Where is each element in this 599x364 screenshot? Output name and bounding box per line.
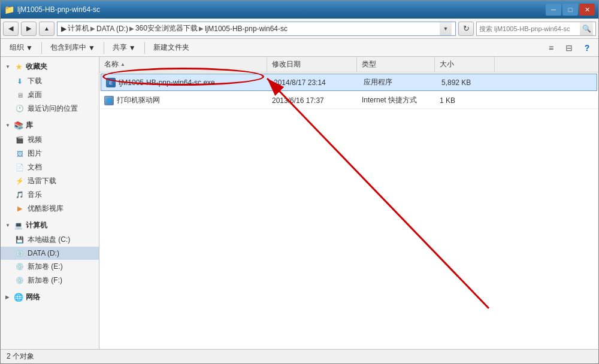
library-header[interactable]: ▼ 📚 库 [1, 118, 99, 133]
sort-arrow: ▲ [120, 62, 125, 67]
col-header-date[interactable]: 修改日期 [267, 57, 357, 72]
vol-f-icon: 💿 [15, 276, 25, 286]
col-date-label: 修改日期 [272, 59, 301, 69]
download-icon: ⬇ [15, 77, 25, 86]
col-header-name[interactable]: 名称 ▲ [99, 57, 267, 72]
up-button[interactable]: ▲ [39, 22, 55, 36]
address-path: ▶ 计算机 ▶ DATA (D:) ▶ 360安全浏览器下载 ▶ ljM1005… [61, 23, 437, 34]
toolbar-sep-3 [144, 42, 145, 54]
music-icon: 🎵 [15, 190, 25, 200]
recent-icon: 🕐 [15, 104, 25, 114]
music-label: 音乐 [28, 190, 42, 200]
window-icon: 📁 [4, 5, 14, 14]
path-sep-2: ▶ [129, 25, 134, 32]
favorites-section: ▼ ★ 收藏夹 ⬇ 下载 🖥 桌面 🕐 最近访问的位置 [1, 59, 99, 116]
sidebar-item-ux[interactable]: ▶ 优酷影视库 [1, 202, 99, 216]
share-arrow: ▼ [129, 44, 136, 52]
computer-header[interactable]: ▼ 💻 计算机 [1, 218, 99, 233]
address-bar-area: ◀ ▶ ▲ ▶ 计算机 ▶ DATA (D:) ▶ 360安全浏览器下载 ▶ l… [1, 19, 598, 39]
document-icon: 📄 [15, 163, 25, 172]
status-bar: 2 个对象 [1, 349, 598, 363]
path-sep-1: ▶ [90, 25, 95, 32]
ux-label: 优酷影视库 [28, 204, 63, 214]
vol-e-label: 新加卷 (E:) [28, 262, 63, 272]
sidebar-item-local-c[interactable]: 💾 本地磁盘 (C:) [1, 233, 99, 247]
organize-arrow: ▼ [26, 44, 33, 52]
document-label: 文档 [28, 162, 42, 172]
computer-label: 计算机 [26, 220, 47, 230]
file-name-exe: E ljM1005-HB-pnp-win64-sc.exe [101, 76, 269, 89]
window-title: ljM1005-HB-pnp-win64-sc [17, 5, 546, 14]
library-arrow: ▼ [5, 123, 11, 128]
sidebar-item-thunder[interactable]: ⚡ 迅雷下载 [1, 174, 99, 188]
path-segment-computer: 计算机 [68, 23, 89, 34]
link-file-name: 打印机驱动网 [117, 95, 160, 105]
file-list: E ljM1005-HB-pnp-win64-sc.exe 2014/8/17 … [99, 72, 598, 349]
close-button[interactable]: ✕ [579, 4, 595, 16]
path-segment-1: ▶ [61, 25, 66, 33]
organize-label: 组织 [10, 43, 24, 53]
toolbar: 组织 ▼ 包含到库中 ▼ 共享 ▼ 新建文件夹 ≡ ⊟ ? [1, 39, 598, 57]
sidebar-item-document[interactable]: 📄 文档 [1, 160, 99, 174]
sidebar-item-download[interactable]: ⬇ 下载 [1, 74, 99, 88]
sidebar-item-music[interactable]: 🎵 音乐 [1, 188, 99, 202]
file-size-link: 1 KB [435, 95, 495, 107]
favorites-icon: ★ [14, 62, 23, 72]
thunder-icon: ⚡ [15, 177, 25, 186]
sidebar: ▼ ★ 收藏夹 ⬇ 下载 🖥 桌面 🕐 最近访问的位置 [1, 57, 99, 349]
back-button[interactable]: ◀ [3, 22, 19, 36]
share-label: 共享 [113, 43, 127, 53]
computer-icon: 💻 [14, 221, 23, 230]
search-button[interactable]: 🔍 [580, 22, 593, 35]
include-library-button[interactable]: 包含到库中 ▼ [45, 41, 101, 55]
sidebar-item-desktop[interactable]: 🖥 桌面 [1, 88, 99, 102]
sidebar-item-image[interactable]: 🖼 图片 [1, 147, 99, 160]
path-segment-360: 360安全浏览器下载 [135, 23, 198, 34]
image-icon: 🖼 [15, 149, 25, 159]
network-icon: 🌐 [14, 293, 23, 302]
library-section: ▼ 📚 库 🎬 视频 🖼 图片 📄 文档 ⚡ 迅 [1, 118, 99, 216]
network-arrow: ▶ [5, 295, 11, 300]
sidebar-item-vol-e[interactable]: 💿 新加卷 (E:) [1, 260, 99, 274]
favorites-arrow: ▼ [5, 64, 11, 69]
new-folder-button[interactable]: 新建文件夹 [148, 41, 195, 55]
sidebar-item-data-d[interactable]: 💿 DATA (D:) [1, 247, 99, 260]
col-header-type[interactable]: 类型 [357, 57, 435, 72]
organize-button[interactable]: 组织 ▼ [4, 41, 38, 55]
data-d-icon: 💿 [15, 248, 25, 258]
toolbar-sep-2 [104, 42, 104, 54]
data-d-label: DATA (D:) [28, 249, 59, 257]
network-header[interactable]: ▶ 🌐 网络 [1, 290, 99, 305]
title-bar-buttons: ─ □ ✕ [546, 4, 595, 16]
col-header-size[interactable]: 大小 [435, 57, 495, 72]
help-button[interactable]: ? [579, 41, 595, 55]
file-row-exe[interactable]: E ljM1005-HB-pnp-win64-sc.exe 2014/8/17 … [101, 74, 597, 91]
file-list-header: 名称 ▲ 修改日期 类型 大小 [99, 57, 598, 72]
maximize-button[interactable]: □ [562, 4, 578, 16]
address-dropdown-button[interactable]: ▼ [440, 22, 452, 35]
file-area-wrapper: 名称 ▲ 修改日期 类型 大小 [99, 57, 598, 349]
path-sep-3: ▶ [199, 25, 204, 32]
minimize-button[interactable]: ─ [546, 4, 561, 16]
new-folder-label: 新建文件夹 [153, 43, 189, 53]
include-label: 包含到库中 [50, 43, 86, 53]
desktop-label: 桌面 [28, 90, 42, 100]
download-label: 下载 [28, 76, 42, 86]
sidebar-item-video[interactable]: 🎬 视频 [1, 133, 99, 147]
file-list-area: 名称 ▲ 修改日期 类型 大小 [99, 57, 598, 349]
thunder-label: 迅雷下载 [28, 176, 56, 186]
preview-pane-button[interactable]: ⊟ [561, 41, 577, 55]
search-input[interactable] [479, 25, 578, 32]
favorites-header[interactable]: ▼ ★ 收藏夹 [1, 59, 99, 74]
sidebar-item-recent[interactable]: 🕐 最近访问的位置 [1, 102, 99, 116]
share-button[interactable]: 共享 ▼ [107, 41, 141, 55]
col-size-label: 大小 [440, 59, 454, 69]
view-options-button[interactable]: ≡ [543, 41, 559, 55]
address-box[interactable]: ▶ 计算机 ▶ DATA (D:) ▶ 360安全浏览器下载 ▶ ljM1005… [57, 22, 456, 36]
toolbar-sep-1 [41, 42, 42, 54]
sidebar-item-vol-f[interactable]: 💿 新加卷 (F:) [1, 274, 99, 287]
ux-icon: ▶ [15, 204, 25, 214]
refresh-button[interactable]: ↻ [458, 22, 474, 36]
file-row-link[interactable]: 🌐 打印机驱动网 2013/6/16 17:37 Internet 快捷方式 1… [99, 92, 598, 109]
forward-button[interactable]: ▶ [21, 22, 37, 36]
